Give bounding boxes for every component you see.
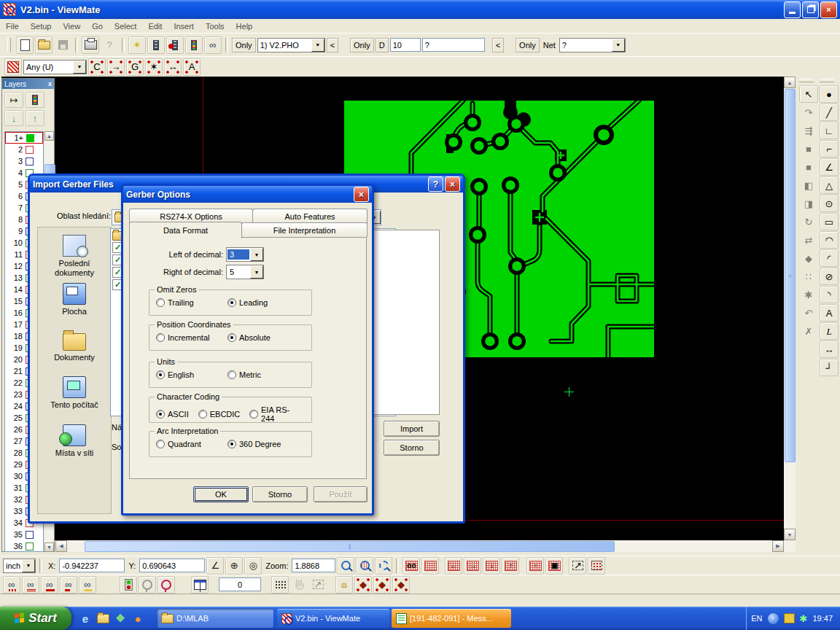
radio-icon[interactable] <box>228 333 236 342</box>
draw-corner-button[interactable]: ┘ <box>820 359 839 376</box>
radio-icon[interactable] <box>156 298 165 307</box>
import-button[interactable]: Import <box>384 421 440 437</box>
area-select-button[interactable] <box>588 557 605 575</box>
launch-firefox-icon[interactable]: ● <box>131 612 144 625</box>
new-file-button[interactable] <box>16 36 34 54</box>
vertical-scrollbar[interactable]: ▲ ≡ ▼ <box>784 77 796 552</box>
incremental-radio[interactable]: Incremental <box>156 333 218 342</box>
restore-button[interactable] <box>802 1 819 18</box>
menu-setup[interactable]: Setup <box>25 20 58 32</box>
snap-grid-button[interactable] <box>271 576 289 594</box>
ebcdic-radio[interactable]: EBCDIC <box>198 405 241 423</box>
step-repeat-button[interactable]: ∷ <box>799 268 818 285</box>
close-button[interactable]: × <box>820 1 837 18</box>
dcode-field[interactable]: 10 <box>390 38 421 52</box>
settings-button[interactable]: ✱ <box>799 286 818 303</box>
layer-color-swatch[interactable] <box>26 158 34 166</box>
radio-icon[interactable] <box>249 410 258 419</box>
snap-rings-button[interactable]: ◎ <box>244 557 262 575</box>
view-measure-button[interactable]: ∞ <box>204 36 222 54</box>
dialog-help-button[interactable]: ? <box>428 176 443 192</box>
mirror-vertical-button[interactable]: ◨ <box>799 195 818 212</box>
layer-up-button[interactable]: ↑ <box>26 110 44 126</box>
minimize-button[interactable] <box>784 1 801 18</box>
menu-insert[interactable]: Insert <box>168 20 200 32</box>
draw-curve-button[interactable]: ◜ <box>820 249 839 267</box>
left-of-decimal-combo-arrow[interactable]: ▼ <box>250 248 263 261</box>
layers-panel-titlebar[interactable]: Layers x <box>2 79 54 89</box>
highlight-net-button[interactable] <box>158 576 175 594</box>
import-cancel-button[interactable]: Storno <box>384 440 440 456</box>
layer-row-2[interactable]: 2 <box>5 144 43 155</box>
scroll-left-button[interactable]: ◀ <box>55 540 67 552</box>
aperture-type-combo-arrow[interactable]: ▼ <box>73 61 86 74</box>
dcode-swap-button[interactable]: ↔ <box>164 58 182 76</box>
left-of-decimal-combo[interactable]: 3 ▼ <box>226 247 264 262</box>
swap-button[interactable]: ⇄ <box>799 231 818 249</box>
draw-circle-button[interactable]: ⊙ <box>820 195 839 212</box>
start-button[interactable]: Start <box>0 607 71 630</box>
stretch-select-button[interactable]: ↗ <box>569 557 586 575</box>
layer-row-1+[interactable]: 1+ <box>5 132 43 144</box>
taskbar-task-mlab[interactable]: D:\MLAB <box>157 609 273 628</box>
layer-color-swatch[interactable] <box>26 146 34 154</box>
grid-offset-button[interactable]: ▫ <box>526 557 544 575</box>
launch-book-icon[interactable]: ❖ <box>114 612 127 625</box>
grid-dots-button[interactable]: oo <box>402 557 420 575</box>
dcode-g-button[interactable]: G <box>126 58 144 76</box>
layer-scroll-down-button[interactable]: ▼ <box>44 542 54 552</box>
place-desktop[interactable]: Plocha <box>39 283 109 316</box>
view-lines-button[interactable]: ∞ <box>60 576 77 594</box>
angle-mode-button[interactable]: ∠ <box>206 557 224 575</box>
layer-color-swatch[interactable] <box>26 542 34 551</box>
draw-angle-arc-button[interactable]: ∠ <box>820 158 839 176</box>
net-prev-button[interactable]: < <box>492 38 504 52</box>
draw-ellipse-button[interactable]: ⊘ <box>820 268 839 285</box>
menu-go[interactable]: Go <box>86 20 109 32</box>
draw-line-button[interactable]: ╱ <box>820 104 839 121</box>
layers-panel-close-icon[interactable]: x <box>48 80 52 88</box>
draw-path-button[interactable]: ⌐ <box>820 140 839 158</box>
zoom-in-button[interactable] <box>337 557 354 575</box>
metric-radio[interactable]: Metric <box>228 370 261 379</box>
scroll-down-button[interactable]: ▼ <box>784 529 796 540</box>
dcode-c-button[interactable]: C <box>88 58 106 76</box>
radio-icon[interactable] <box>228 370 236 379</box>
layer-row-35[interactable]: 35 <box>5 529 43 540</box>
measure-move-button[interactable]: ↗ <box>309 576 327 594</box>
pan-left-button[interactable]: ← <box>445 557 462 575</box>
select-cursor-button[interactable]: ↖ <box>799 85 818 103</box>
view-polygons-button[interactable]: ∞ <box>79 576 96 594</box>
filled-square-button[interactable]: ■ <box>799 140 818 158</box>
place-recent-documents[interactable]: Poslední dokumenty <box>39 235 109 277</box>
layer-scroll-up-button[interactable]: ▲ <box>44 131 54 141</box>
y-coordinate-field[interactable]: 0.690643 <box>139 559 205 572</box>
tile-view-button[interactable] <box>191 576 209 594</box>
selection-count-field[interactable]: 0 <box>219 578 261 591</box>
toolbar-grip[interactable] <box>799 79 814 82</box>
filled-square2-button[interactable]: ■ <box>799 158 818 176</box>
transform-copy-button[interactable]: ↷ <box>799 104 818 121</box>
menu-edit[interactable]: Edit <box>142 20 168 32</box>
view-pads-button[interactable]: ∞ <box>41 576 58 594</box>
trailing-radio[interactable]: Trailing <box>156 298 218 307</box>
draw-text-button[interactable]: A <box>820 304 839 322</box>
rotate-button[interactable]: ↻ <box>799 213 818 230</box>
film-marker-button[interactable] <box>166 36 184 54</box>
draw-spline-button[interactable]: ◝ <box>820 286 839 303</box>
gerber-dialog-close-button[interactable]: × <box>354 187 369 202</box>
radio-icon[interactable] <box>156 440 165 448</box>
draw-dimension-button[interactable]: ↔ <box>820 341 839 358</box>
place-computer[interactable]: Tento počítač <box>39 376 109 410</box>
mirror-horizontal-button[interactable]: ◧ <box>799 176 818 194</box>
ascii-radio[interactable]: ASCII <box>156 405 189 423</box>
place-documents[interactable]: Dokumenty <box>39 330 109 362</box>
grid-toggle-button[interactable] <box>421 557 439 575</box>
menu-file[interactable]: File <box>0 20 25 32</box>
aperture-type-combo[interactable]: Any (U)▼ <box>23 60 87 74</box>
draw-rectangle-button[interactable]: ▭ <box>820 213 839 230</box>
open-file-button[interactable] <box>35 36 52 54</box>
save-button[interactable] <box>54 36 71 54</box>
draw-label-button[interactable]: L <box>820 322 839 340</box>
dcode-text-button[interactable]: A <box>183 58 201 76</box>
